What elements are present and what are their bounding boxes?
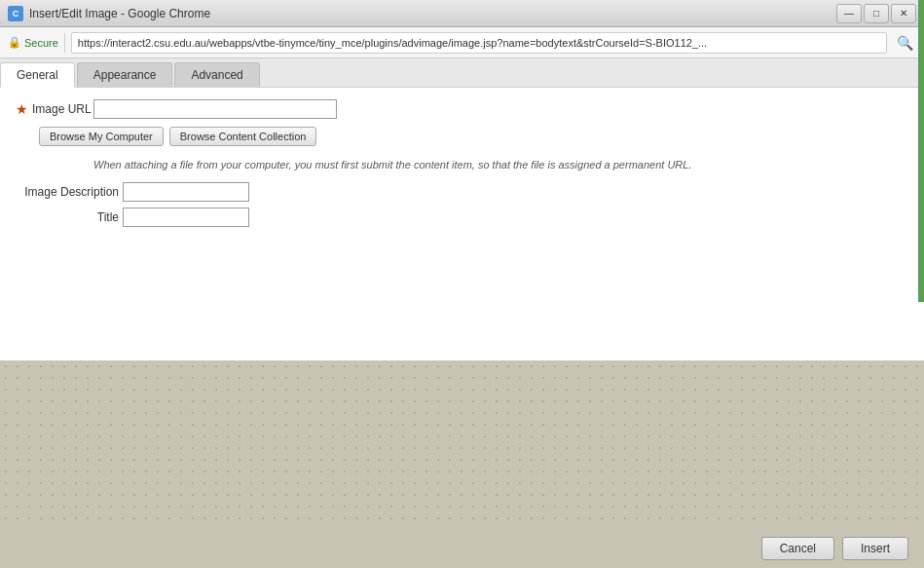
scroll-accent bbox=[918, 0, 924, 302]
url-bar[interactable]: https://interact2.csu.edu.au/webapps/vtb… bbox=[71, 32, 887, 54]
cancel-button[interactable]: Cancel bbox=[761, 537, 834, 560]
tab-appearance[interactable]: Appearance bbox=[77, 62, 173, 87]
secure-badge: 🔒 Secure bbox=[8, 36, 58, 49]
close-button[interactable]: ✕ bbox=[891, 4, 916, 23]
image-desc-label: Image Description bbox=[16, 185, 123, 199]
app-icon: C bbox=[8, 6, 23, 21]
footer-buttons: Cancel Insert bbox=[0, 529, 924, 568]
insert-button[interactable]: Insert bbox=[842, 537, 908, 560]
search-button[interactable]: 🔍 bbox=[893, 31, 916, 55]
minimize-button[interactable]: — bbox=[836, 4, 862, 23]
tab-bar: General Appearance Advanced bbox=[0, 58, 924, 88]
title-row: Title bbox=[16, 208, 908, 227]
tab-advanced-label: Advanced bbox=[191, 68, 242, 82]
window-title: Insert/Edit Image - Google Chrome bbox=[29, 7, 210, 20]
image-url-row: ★ Image URL bbox=[16, 99, 908, 119]
tab-general-label: General bbox=[17, 68, 58, 82]
image-url-input[interactable] bbox=[93, 99, 337, 119]
tab-advanced[interactable]: Advanced bbox=[174, 62, 259, 87]
form-content: ★ Image URL Browse My Computer Browse Co… bbox=[0, 88, 924, 360]
restore-icon: □ bbox=[873, 8, 879, 19]
browse-computer-button[interactable]: Browse My Computer bbox=[39, 127, 164, 146]
address-bar: 🔒 Secure https://interact2.csu.edu.au/we… bbox=[0, 27, 924, 58]
lock-icon: 🔒 bbox=[8, 36, 21, 49]
main-content: General Appearance Advanced ★ Image URL … bbox=[0, 58, 924, 360]
required-star: ★ bbox=[16, 101, 28, 117]
image-desc-input[interactable] bbox=[123, 182, 249, 202]
restore-button[interactable]: □ bbox=[864, 4, 889, 23]
tab-general[interactable]: General bbox=[0, 62, 75, 88]
browse-collection-button[interactable]: Browse Content Collection bbox=[169, 127, 317, 146]
title-bar: C Insert/Edit Image - Google Chrome — □ … bbox=[0, 0, 924, 27]
window-controls[interactable]: — □ ✕ bbox=[836, 4, 916, 23]
url-text: https://interact2.csu.edu.au/webapps/vtb… bbox=[78, 37, 707, 49]
minimize-icon: — bbox=[844, 8, 854, 19]
separator bbox=[64, 33, 65, 53]
tab-appearance-label: Appearance bbox=[93, 68, 157, 82]
title-label: Title bbox=[16, 210, 123, 224]
search-icon: 🔍 bbox=[897, 35, 913, 51]
bottom-panel: Cancel Insert bbox=[0, 360, 924, 568]
secure-label: Secure bbox=[24, 37, 58, 49]
notice-text: When attaching a file from your computer… bbox=[93, 158, 908, 172]
close-icon: ✕ bbox=[900, 8, 907, 19]
image-desc-row: Image Description bbox=[16, 182, 908, 202]
browse-buttons-row: Browse My Computer Browse Content Collec… bbox=[39, 127, 908, 146]
image-url-label: Image URL bbox=[32, 102, 92, 116]
title-input[interactable] bbox=[123, 208, 249, 227]
